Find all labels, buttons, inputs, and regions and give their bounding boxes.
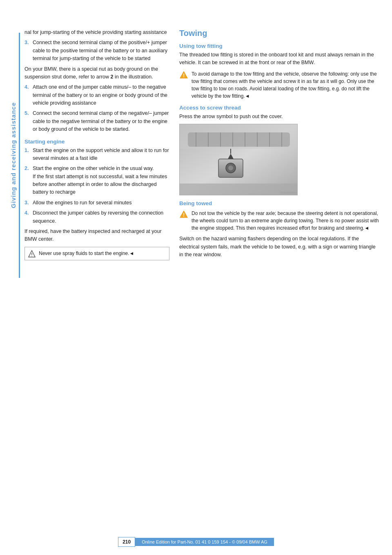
- step-3-text: Connect the second terminal clamp of the…: [33, 39, 169, 63]
- engine-step-3: 3. Allow the engines to run for several …: [24, 199, 169, 207]
- access-heading: Access to screw thread: [179, 105, 380, 111]
- engine-step-3-num: 3.: [24, 199, 30, 207]
- sidebar-label: Giving and receiving assistance: [7, 33, 19, 278]
- starting-engine-heading: Starting engine: [24, 139, 169, 145]
- step-4-text: Attach one end of the jumper cable minus…: [33, 83, 169, 107]
- engine-step-4-text: Disconnect the jumper cables by reversin…: [33, 209, 169, 225]
- engine-step-1-text: Start the engine on the support vehicle …: [33, 147, 169, 163]
- engine-step-4-num: 4.: [24, 209, 30, 225]
- using-tow-heading: Using tow fitting: [179, 43, 380, 49]
- page-container: Giving and receiving assistance nal for …: [0, 0, 392, 555]
- warning-box-2: ! Do not tow the vehicle by the rear axl…: [179, 210, 380, 232]
- step-5-num: 5.: [24, 110, 30, 133]
- warning-1-text: To avoid damage to the tow fitting and t…: [192, 70, 380, 100]
- step-3: 3. Connect the second terminal clamp of …: [24, 39, 169, 63]
- step-4-num: 4.: [24, 83, 30, 107]
- sidebar-text: Giving and receiving assistance: [10, 102, 17, 208]
- note-triangle-icon: [28, 250, 36, 257]
- warning-box-1: ! To avoid damage to the tow fitting and…: [179, 70, 380, 100]
- engine-step-3-text: Allow the engines to run for several min…: [33, 199, 169, 207]
- page-number: 210: [118, 537, 135, 547]
- svg-text:!: !: [183, 72, 185, 78]
- right-column: Towing Using tow fitting The threaded to…: [179, 25, 380, 522]
- page-footer: 210 Online Edition for Part-No. 01 41 0 …: [0, 537, 392, 547]
- engine-step-1: 1. Start the engine on the support vehic…: [24, 147, 169, 163]
- step-3-num: 3.: [24, 39, 30, 63]
- warning-triangle-icon-2: !: [179, 210, 188, 219]
- step-4: 4. Attach one end of the jumper cable mi…: [24, 83, 169, 107]
- svg-rect-7: [188, 132, 290, 147]
- battery-note: If required, have the battery inspected …: [24, 228, 169, 244]
- engine-step-2: 2. Start the engine on the other vehicle…: [24, 165, 169, 197]
- step-5-text: Connect the second terminal clamp of the…: [33, 110, 169, 133]
- being-towed-text: Switch on the hazard warning flashers de…: [179, 235, 380, 259]
- engine-step-2-text: Start the engine on the other vehicle in…: [33, 165, 169, 197]
- body-text-1: On your BMW, there is a special nut as b…: [24, 65, 169, 81]
- engine-step-4: 4. Disconnect the jumper cables by rever…: [24, 209, 169, 225]
- step-5: 5. Connect the second terminal clamp of …: [24, 110, 169, 133]
- warning-triangle-icon-1: !: [179, 71, 188, 80]
- using-tow-text: The threaded tow fitting is stored in th…: [179, 51, 380, 67]
- content-area: nal for jump-starting of the vehicle pro…: [24, 25, 380, 522]
- note-box-text: Never use spray fluids to start the engi…: [39, 250, 134, 257]
- left-column: nal for jump-starting of the vehicle pro…: [24, 25, 169, 522]
- note-box: Never use spray fluids to start the engi…: [24, 247, 169, 260]
- engine-step-1-num: 1.: [24, 147, 30, 163]
- intro-text: nal for jump-starting of the vehicle pro…: [24, 29, 169, 36]
- being-towed-warning-text: Do not tow the vehicle by the rear axle;…: [192, 210, 380, 232]
- svg-text:!: !: [183, 212, 185, 218]
- svg-point-2: [31, 255, 32, 256]
- footer-copyright: Online Edition for Part-No. 01 41 0 159 …: [135, 538, 274, 546]
- svg-point-20: [228, 166, 233, 170]
- engine-step-2-num: 2.: [24, 165, 30, 197]
- towing-heading: Towing: [179, 29, 380, 38]
- access-text: Press the arrow symbol to push out the c…: [179, 113, 380, 121]
- tow-fitting-image: MOWAT0444: [179, 124, 298, 195]
- svg-text:MOWAT0444: MOWAT0444: [280, 191, 297, 194]
- being-towed-heading: Being towed: [179, 200, 380, 206]
- sidebar-bar: [19, 33, 20, 278]
